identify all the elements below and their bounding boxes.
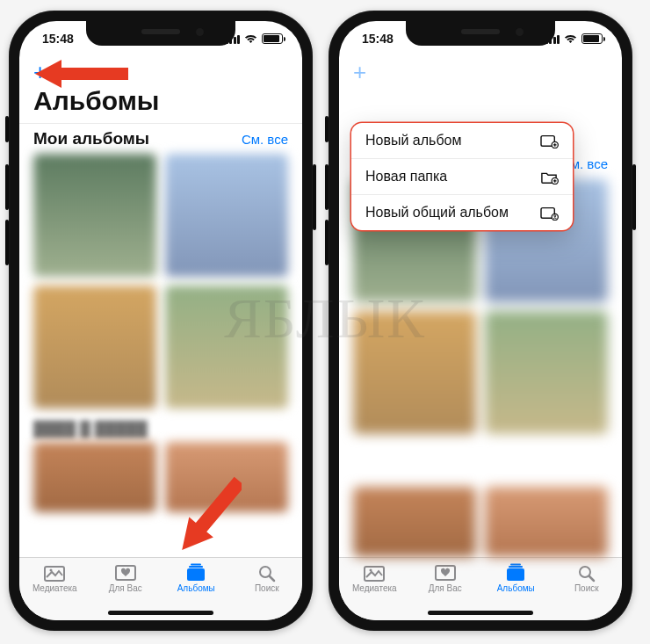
tab-label: Поиск: [255, 583, 279, 593]
album-add-icon: [539, 133, 559, 148]
phone-left: 15:48 + Альбомы Мои альбомы См. все: [9, 11, 313, 631]
volume-up: [5, 164, 9, 210]
svg-rect-20: [509, 566, 523, 568]
tab-label: Медиатека: [352, 583, 397, 593]
wifi-icon: [244, 34, 257, 44]
volume-up: [325, 164, 329, 210]
tab-label: Поиск: [574, 583, 599, 593]
album-thumb[interactable]: [165, 286, 288, 409]
album-thumb[interactable]: [33, 154, 156, 277]
place-thumb[interactable]: [33, 442, 156, 512]
menu-label: Новая папка: [365, 169, 447, 185]
home-indicator[interactable]: [428, 611, 533, 615]
status-time: 15:48: [362, 32, 394, 46]
power-button: [632, 164, 636, 230]
menu-new-folder[interactable]: Новая папка: [351, 159, 573, 195]
albums-icon: [184, 563, 207, 582]
svg-rect-21: [510, 564, 521, 566]
places-grid[interactable]: [19, 442, 302, 512]
home-indicator[interactable]: [108, 611, 213, 615]
mute-switch: [325, 116, 329, 142]
tab-label: Для Вас: [429, 583, 462, 593]
svg-rect-3: [187, 568, 205, 581]
tab-label: Альбомы: [177, 583, 215, 593]
notch: [86, 21, 235, 46]
see-all-link[interactable]: См. все: [242, 132, 288, 147]
library-icon: [363, 563, 386, 582]
battery-icon: [581, 33, 603, 44]
albums-icon: [504, 563, 527, 582]
section-header: Мои альбомы См. все: [19, 123, 302, 154]
tab-label: Альбомы: [497, 583, 535, 593]
svg-point-17: [370, 569, 372, 572]
menu-label: Новый альбом: [365, 133, 461, 148]
menu-new-shared-album[interactable]: Новый общий альбом: [351, 195, 573, 230]
menu-label: Новый общий альбом: [365, 205, 509, 221]
status-time: 15:48: [42, 32, 74, 46]
albums-grid[interactable]: [19, 154, 302, 409]
tab-library[interactable]: Медиатека: [339, 563, 410, 620]
nav-bar: +: [339, 56, 622, 86]
add-button[interactable]: +: [353, 61, 366, 83]
menu-new-album[interactable]: Новый альбом: [351, 123, 573, 159]
svg-rect-4: [189, 566, 203, 568]
tab-bar: Медиатека Для Вас Альбомы: [19, 557, 302, 620]
mute-switch: [5, 116, 9, 142]
heart-icon: [434, 563, 457, 582]
notch: [406, 21, 555, 46]
svg-rect-19: [507, 568, 524, 581]
search-icon: [575, 563, 598, 582]
folder-add-icon: [539, 169, 559, 185]
volume-down: [325, 220, 329, 265]
svg-line-23: [589, 576, 594, 581]
library-icon: [43, 563, 66, 582]
annotation-arrow: [180, 467, 242, 564]
heart-icon: [114, 563, 137, 582]
power-button: [313, 164, 316, 230]
search-icon: [256, 563, 278, 582]
svg-point-1: [50, 569, 53, 572]
section-title: Мои альбомы: [33, 129, 149, 148]
tab-library[interactable]: Медиатека: [19, 563, 90, 620]
svg-line-7: [270, 576, 274, 581]
battery-icon: [262, 33, 283, 44]
album-thumb[interactable]: [33, 286, 156, 409]
svg-marker-8: [35, 60, 128, 88]
shared-album-icon: [539, 205, 559, 221]
tab-label: Для Вас: [109, 583, 142, 593]
tab-search[interactable]: Поиск: [552, 563, 623, 620]
tab-bar: Медиатека Для Вас Альбомы: [339, 557, 622, 620]
annotation-arrow: [35, 53, 132, 95]
add-context-menu: Новый альбом Новая папка Новый общий аль…: [351, 123, 573, 230]
section-header-2: ████ █ █████: [19, 409, 302, 442]
wifi-icon: [564, 34, 577, 44]
phone-right: 15:48 + См. все: [329, 11, 632, 631]
volume-down: [5, 220, 9, 265]
svg-marker-9: [180, 471, 242, 560]
album-thumb[interactable]: [165, 154, 288, 277]
tab-search[interactable]: Поиск: [232, 563, 303, 620]
tab-label: Медиатека: [32, 583, 77, 593]
